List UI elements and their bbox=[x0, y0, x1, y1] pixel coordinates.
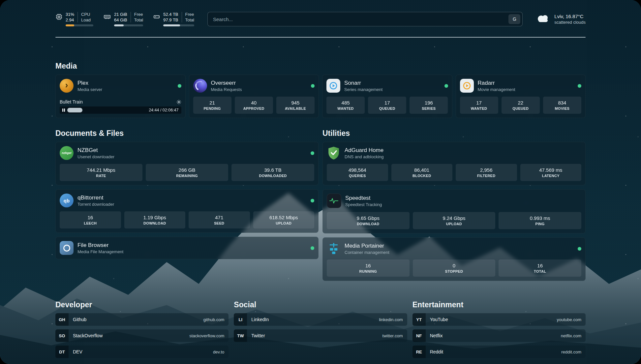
search-input[interactable] bbox=[212, 16, 508, 22]
bookmark-url: stackoverflow.com bbox=[189, 333, 229, 338]
bookmark-abbr-badge: DT bbox=[55, 346, 69, 358]
disk-stat: 52.4 TB 97.9 TB Free Total bbox=[153, 12, 194, 26]
section-title-social: Social bbox=[234, 300, 407, 309]
bookmark-twitter[interactable]: TWTwittertwitter.com bbox=[234, 329, 407, 342]
service-subtitle: Movie management bbox=[478, 87, 515, 92]
bookmark-name: Twitter bbox=[247, 333, 265, 338]
service-card-adguard-home[interactable]: AdGuard Home DNS and adblocking 498,564Q… bbox=[322, 142, 586, 185]
cpu-stat: 31% 2.94 CPU Load bbox=[55, 12, 93, 26]
plex-icon: › bbox=[60, 79, 74, 93]
bookmark-dev[interactable]: DTDEVdev.to bbox=[55, 346, 229, 358]
stat-label: REMAINING bbox=[176, 174, 198, 178]
section-title-developer: Developer bbox=[55, 300, 229, 309]
service-name: qBittorrent bbox=[77, 195, 114, 201]
stat-cell: 9.24 GbpsUPLOAD bbox=[413, 212, 496, 229]
stat-label: UPLOAD bbox=[276, 221, 291, 225]
bookmark-name: DEV bbox=[69, 349, 82, 354]
stat-value: 196 bbox=[425, 100, 433, 106]
service-card-plex[interactable]: › Plex Media server Bullet Train bbox=[55, 75, 186, 118]
service-subtitle: Usenet downloader bbox=[77, 154, 114, 159]
weather-widget[interactable]: Lviv, 16.87°C scattered clouds bbox=[536, 14, 586, 25]
bookmark-name: Github bbox=[69, 317, 86, 322]
stat-cell: 2,956FILTERED bbox=[456, 164, 517, 181]
stat-value: 618.52 Mbps bbox=[269, 215, 298, 220]
stat-value: 834 bbox=[558, 100, 566, 106]
system-stats: 31% 2.94 CPU Load bbox=[55, 12, 194, 26]
stat-cell: 16RUNNING bbox=[327, 259, 410, 277]
progress-track bbox=[67, 106, 147, 114]
gear-icon[interactable] bbox=[176, 100, 181, 105]
stat-cell: 22QUEUED bbox=[502, 97, 540, 114]
status-dot-online bbox=[311, 84, 315, 88]
service-card-sonarr[interactable]: Sonarr Series management 485WANTED17QUEU… bbox=[322, 75, 452, 118]
stat-cell: 16TOTAL bbox=[499, 259, 581, 277]
playback-time: 24:44 / 02:06:47 bbox=[149, 108, 178, 112]
stat-value: 0 bbox=[453, 263, 455, 268]
bookmark-abbr-badge: SO bbox=[55, 329, 69, 342]
progress-fill bbox=[67, 108, 83, 112]
stat-cell: 17WANTED bbox=[460, 97, 498, 114]
service-card-media-portainer[interactable]: Media Portainer Container management 16R… bbox=[322, 237, 586, 281]
pause-icon[interactable] bbox=[62, 108, 65, 112]
bookmark-group-developer: Developer GHGithubgithub.comSOStackOverf… bbox=[55, 300, 229, 362]
stat-value: 22 bbox=[518, 100, 523, 106]
stat-cell: 498,564QUERIES bbox=[327, 164, 388, 181]
stat-label: MOVIES bbox=[555, 106, 570, 110]
stat-label: RUNNING bbox=[359, 269, 377, 273]
stat-value: 498,564 bbox=[349, 167, 366, 173]
stat-value: 39.6 TB bbox=[264, 167, 282, 173]
cpu-usage-value: 31% bbox=[66, 12, 74, 17]
service-stats: 744.21 MbpsRATE266 GBREMAINING39.6 TBDOW… bbox=[60, 160, 314, 181]
qbittorrent-icon: qb bbox=[60, 194, 74, 207]
radarr-icon bbox=[460, 79, 474, 93]
stat-label: DOWNLOAD bbox=[357, 222, 379, 226]
service-name: AdGuard Home bbox=[345, 147, 384, 154]
stat-value: 471 bbox=[215, 215, 223, 220]
bookmark-abbr-badge: TW bbox=[234, 329, 247, 342]
stat-value: 9.65 Gbps bbox=[357, 215, 380, 221]
service-name: NZBGet bbox=[77, 147, 114, 154]
bookmark-name: Reddit bbox=[426, 349, 443, 354]
section-title-entertainment: Entertainment bbox=[412, 300, 586, 309]
cloud-icon bbox=[536, 14, 550, 25]
portainer-icon bbox=[327, 242, 341, 256]
service-card-qbittorrent[interactable]: qb qBittorrent Torrent downloader 16LEEC… bbox=[55, 189, 319, 233]
search-bar: G bbox=[207, 12, 523, 26]
bookmark-netflix[interactable]: NFNetflixnetflix.com bbox=[412, 329, 586, 342]
stat-label: PENDING bbox=[203, 106, 221, 110]
search-provider-button[interactable]: G bbox=[508, 14, 520, 24]
stat-label: RATE bbox=[96, 174, 106, 178]
bookmark-url: dev.to bbox=[213, 349, 229, 354]
cpu-load-label: Load bbox=[81, 17, 91, 22]
bookmark-linkedin[interactable]: LILinkedInlinkedin.com bbox=[234, 313, 407, 326]
stat-value: 744.21 Mbps bbox=[87, 167, 115, 173]
bookmark-stackoverflow[interactable]: SOStackOverflowstackoverflow.com bbox=[55, 329, 229, 342]
stat-value: 9.24 Gbps bbox=[443, 215, 465, 221]
service-card-speedtest[interactable]: Speedtest Speedtest Tracking 9.65 GbpsDO… bbox=[322, 189, 586, 233]
cpu-usage-bar bbox=[66, 24, 93, 26]
section-media: Media › Plex Media server bbox=[55, 61, 586, 118]
bookmark-list: YTYouTubeyoutube.comNFNetflixnetflix.com… bbox=[412, 313, 586, 358]
service-subtitle: DNS and adblocking bbox=[345, 154, 384, 159]
stat-value: 485 bbox=[342, 100, 350, 106]
bookmark-github[interactable]: GHGithubgithub.com bbox=[55, 313, 229, 326]
stat-value: 16 bbox=[87, 215, 93, 220]
disk-usage-bar bbox=[163, 24, 194, 26]
bookmark-youtube[interactable]: YTYouTubeyoutube.com bbox=[412, 313, 586, 326]
service-card-radarr[interactable]: Radarr Movie management 17WANTED22QUEUED… bbox=[456, 75, 586, 118]
service-card-nzbget[interactable]: nzbget NZBGet Usenet downloader 744.21 M… bbox=[55, 142, 319, 185]
disk-total-label: Total bbox=[185, 17, 194, 22]
service-stats: 9.65 GbpsDOWNLOAD9.24 GbpsUPLOAD0.993 ms… bbox=[327, 208, 581, 229]
stat-value: 40 bbox=[251, 100, 257, 106]
stat-label: QUERIES bbox=[349, 174, 366, 178]
service-card-overseerr[interactable]: Overseerr Media Requests 21PENDING40APPR… bbox=[189, 75, 319, 118]
playback-progress-bar[interactable]: 24:44 / 02:06:47 bbox=[60, 106, 181, 114]
service-subtitle: Media Requests bbox=[211, 87, 242, 92]
bookmark-reddit[interactable]: RERedditreddit.com bbox=[412, 346, 586, 358]
bookmark-url: reddit.com bbox=[561, 349, 586, 354]
service-name: Media Portainer bbox=[345, 243, 389, 249]
stat-label: STOPPED bbox=[445, 269, 463, 273]
service-card-filebrowser[interactable]: File Browser Media File Management bbox=[55, 237, 319, 259]
stat-cell: 47.569 msLATENCY bbox=[520, 164, 582, 181]
stat-cell: 17QUEUED bbox=[368, 97, 406, 114]
